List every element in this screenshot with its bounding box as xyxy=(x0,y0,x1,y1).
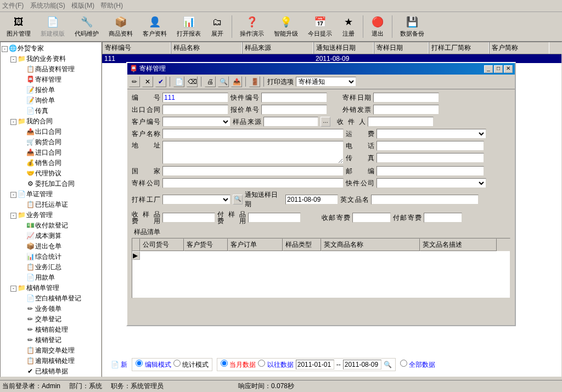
edit-mode-radio[interactable]: 编辑模式 xyxy=(136,360,171,370)
delete-icon[interactable]: ✕ xyxy=(142,76,153,87)
exit-icon[interactable]: 🚪 xyxy=(249,76,260,87)
erase-icon[interactable]: ⌫ xyxy=(187,76,198,87)
date-to-input[interactable] xyxy=(343,360,381,370)
country-input[interactable] xyxy=(162,166,344,176)
expand-icon[interactable]: - xyxy=(10,119,16,125)
tree-node[interactable]: 📦进出仓单 xyxy=(2,241,100,252)
toolbar-代码维护[interactable]: 🔧代码维护 xyxy=(70,14,103,39)
tree-node[interactable]: 📤出口合同 xyxy=(2,127,100,137)
tree-node[interactable]: ⚙委托加工合同 xyxy=(2,179,100,189)
tree-node[interactable]: 📥进口合同 xyxy=(2,147,100,158)
en-name-input[interactable] xyxy=(371,195,479,204)
sub-header-cell[interactable]: 样品类型 xyxy=(283,238,321,251)
expand-icon[interactable]: - xyxy=(10,192,16,198)
toolbar-操作演示[interactable]: ❓操作演示 xyxy=(235,14,268,39)
tree-node[interactable]: 🛒购货合同 xyxy=(2,137,100,147)
toolbar-商品资料[interactable]: 📦商品资料 xyxy=(104,14,137,39)
tree-node[interactable]: 📋已托运单证 xyxy=(2,200,100,210)
date-from-input[interactable] xyxy=(296,360,334,370)
maximize-button[interactable]: □ xyxy=(494,65,503,73)
tree-node[interactable]: 💵收付款登记 xyxy=(2,220,100,231)
toolbar-注册[interactable]: ★注册 xyxy=(338,14,359,39)
grid-header-cell[interactable]: 寄样日期 xyxy=(374,42,429,54)
new-icon[interactable]: 📄 xyxy=(173,76,184,87)
sub-header-cell[interactable]: 英文商品名称 xyxy=(321,238,420,251)
dialog-titlebar[interactable]: 📮 寄样管理 _ □ ✕ xyxy=(127,63,515,75)
stat-mode-radio[interactable]: 统计模式 xyxy=(173,360,209,370)
fee3-input[interactable] xyxy=(352,213,391,223)
tree-node[interactable]: 📄传真 xyxy=(2,106,100,116)
cust-code-select[interactable] xyxy=(162,117,231,127)
fax-input[interactable] xyxy=(376,153,484,163)
tree-node[interactable]: ✏交单登记 xyxy=(2,314,100,325)
menu-system[interactable]: 系统功能(S) xyxy=(30,2,65,9)
fee4-input[interactable] xyxy=(424,213,462,223)
tree-node[interactable]: 📋业务汇总 xyxy=(2,262,100,272)
sub-header-cell[interactable]: 公司货号 xyxy=(140,238,184,251)
nav-tree[interactable]: -🌐外贸专家-📁我的业务资料📋商品资料管理📮寄样管理📝报价单📝询价单📄传真-📁我… xyxy=(0,42,102,377)
toolbar-客户资料[interactable]: 👤客户资料 xyxy=(138,14,171,39)
cust-name-input[interactable] xyxy=(162,129,344,139)
tree-node[interactable]: 📋逾期核销处理 xyxy=(2,356,100,366)
lookup-button[interactable]: … xyxy=(321,117,330,127)
tree-node[interactable]: ✏核销登记 xyxy=(2,335,100,345)
recipient-input[interactable] xyxy=(368,117,434,127)
invoice-input[interactable] xyxy=(373,105,439,115)
grid-header-cell[interactable]: 样品来源 xyxy=(242,42,313,54)
print-option-select[interactable]: 寄样通知 xyxy=(296,77,356,87)
tree-node[interactable]: 📄用款单 xyxy=(2,272,100,283)
month-data-radio[interactable]: 当月数据 xyxy=(221,360,256,370)
search-icon[interactable]: 🔍 xyxy=(384,361,392,368)
minimize-button[interactable]: _ xyxy=(484,65,493,73)
menu-help[interactable]: 帮助(H) xyxy=(100,2,123,9)
tree-node[interactable]: ✏核销前处理 xyxy=(2,325,100,335)
postcode-input[interactable] xyxy=(376,166,484,176)
expand-icon[interactable]: - xyxy=(10,213,16,219)
notify-date-input[interactable] xyxy=(285,195,338,204)
freight-select[interactable] xyxy=(376,129,486,139)
close-button[interactable]: ✕ xyxy=(504,65,513,73)
factory-lookup-button[interactable]: 🔍 xyxy=(233,195,243,204)
toolbar-智能升级[interactable]: 💡智能升级 xyxy=(269,14,302,39)
toolbar-新建模版[interactable]: 📄新建模版 xyxy=(36,14,69,39)
tree-node[interactable]: -📁我的合同 xyxy=(2,116,100,127)
export-contract-input[interactable] xyxy=(162,105,228,115)
edit-icon[interactable]: ✏ xyxy=(129,76,140,87)
tree-node[interactable]: -📁核销单管理 xyxy=(2,283,100,293)
tree-node[interactable]: -🌐外贸专家 xyxy=(2,43,100,54)
tree-node[interactable]: ✔已核销单据 xyxy=(2,366,100,377)
grid-header-cell[interactable]: 打样工厂简称 xyxy=(429,42,489,54)
tree-node[interactable]: -📁我的业务资料 xyxy=(2,54,100,64)
sub-header-cell[interactable]: 英文品名描述 xyxy=(420,238,497,251)
sub-grid[interactable]: 公司货号客户货号客户订单样品类型英文商品名称英文品名描述 ▶ xyxy=(132,238,510,298)
grid-header-cell[interactable]: 寄样编号 xyxy=(102,42,171,54)
tree-node[interactable]: 📊全部核销单 xyxy=(2,377,100,377)
expand-icon[interactable]: - xyxy=(2,46,8,52)
tree-node[interactable]: 📈成本测算 xyxy=(2,231,100,241)
send-co-input[interactable] xyxy=(162,178,344,188)
new-link[interactable]: 📄 新 xyxy=(111,360,127,370)
tree-node[interactable]: 📮寄样管理 xyxy=(2,75,100,85)
address-input[interactable] xyxy=(162,141,344,164)
tree-node[interactable]: 📝报价单 xyxy=(2,85,100,95)
menu-template[interactable]: 模版(M) xyxy=(71,2,94,9)
toolbar-打开报表[interactable]: 📊打开报表 xyxy=(172,14,205,39)
print-icon[interactable]: 🖨 xyxy=(205,76,216,87)
sub-header-cell[interactable]: 客户订单 xyxy=(228,238,283,251)
export-icon[interactable]: 📤 xyxy=(231,76,242,87)
menu-file[interactable]: 文件(F) xyxy=(2,2,24,9)
grid-header-cell[interactable]: 样品名称 xyxy=(171,42,242,54)
toolbar-展开[interactable]: 🗂展开 xyxy=(206,14,228,39)
tree-node[interactable]: -📄单证管理 xyxy=(2,189,100,200)
confirm-icon[interactable]: ✔ xyxy=(155,76,166,87)
tree-node[interactable]: ✏业务领单 xyxy=(2,304,100,314)
tree-node[interactable]: 📊综合统计 xyxy=(2,252,100,262)
fee2-input[interactable] xyxy=(248,213,301,223)
toolbar-退出[interactable]: 🔴退出 xyxy=(367,14,389,39)
tree-node[interactable]: 💰销售合同 xyxy=(2,158,100,168)
express-input[interactable] xyxy=(261,93,327,103)
tree-node[interactable]: 📋逾期交单处理 xyxy=(2,345,100,356)
expand-icon[interactable]: - xyxy=(10,286,16,292)
tree-node[interactable]: -📁业务管理 xyxy=(2,210,100,220)
fee1-input[interactable] xyxy=(162,213,215,223)
